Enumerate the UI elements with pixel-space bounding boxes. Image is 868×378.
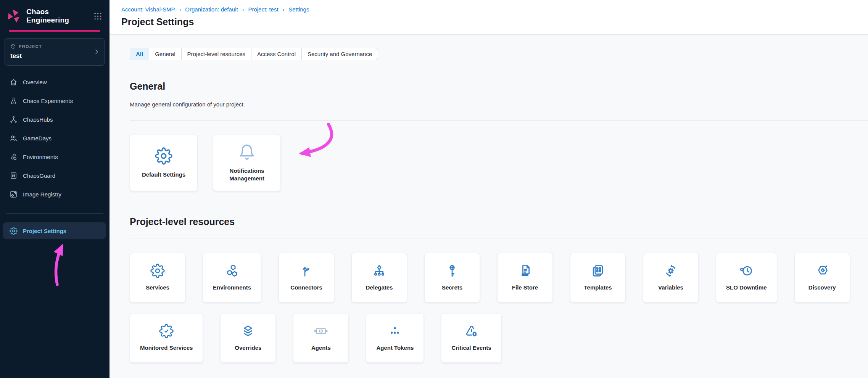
- org-icon: [372, 264, 386, 278]
- card-label: File Store: [512, 284, 538, 291]
- brand-underline: [9, 30, 100, 32]
- card-overrides[interactable]: Overrides: [220, 313, 276, 363]
- card-environments[interactable]: Environments: [203, 253, 261, 302]
- sidebar-item-label: Chaos Experiments: [23, 98, 73, 104]
- registry-icon: [10, 190, 18, 198]
- page-header: Account: Vishal-SMP›Organization: defaul…: [110, 0, 868, 35]
- card-label: Services: [146, 284, 169, 291]
- card-secrets[interactable]: Secrets: [424, 253, 480, 302]
- section-desc-general: Manage general configuration of your pro…: [130, 100, 868, 108]
- sidebar-item-overview[interactable]: Overview: [0, 73, 110, 92]
- card-label: Notifications Management: [219, 167, 275, 183]
- breadcrumb-link-project-test[interactable]: Project: test: [248, 6, 278, 13]
- discovery-icon: [815, 264, 829, 278]
- divider: [130, 120, 868, 121]
- layers-icon: [241, 324, 255, 338]
- shield-lock-icon: [10, 172, 18, 180]
- card-label: Connectors: [290, 284, 322, 291]
- card-variables[interactable]: Variables: [643, 253, 699, 302]
- card-critical-events[interactable]: Critical Events: [441, 313, 501, 363]
- sidebar-item-label: ChaosGuard: [23, 172, 55, 179]
- card-label: Delegates: [366, 284, 393, 291]
- sidebar-item-label: GameDays: [23, 135, 52, 142]
- gear-check-icon: [159, 324, 174, 338]
- file-icon: [518, 264, 532, 278]
- page-title: Project Settings: [121, 16, 868, 27]
- hub-icon: [10, 116, 18, 124]
- app-window: Chaos Engineering PROJECT test OverviewC…: [0, 0, 868, 378]
- card-delegates[interactable]: Delegates: [351, 253, 407, 302]
- section-title-resources: Project-level resources: [130, 216, 868, 227]
- card-label: Monitored Services: [140, 344, 193, 352]
- sidebar-item-chaoshubs[interactable]: ChaosHubs: [0, 110, 110, 129]
- hexagons-icon: [10, 153, 18, 161]
- sidebar-item-label: Image Registry: [23, 191, 61, 198]
- breadcrumb: Account: Vishal-SMP›Organization: defaul…: [121, 6, 868, 13]
- sidebar: Chaos Engineering PROJECT test OverviewC…: [0, 0, 110, 378]
- resource-cards-row-2: Monitored ServicesOverridesAgentsAgent T…: [130, 313, 868, 363]
- card-services[interactable]: Services: [130, 253, 185, 302]
- project-selector[interactable]: PROJECT test: [5, 38, 105, 66]
- sidebar-item-project-settings[interactable]: Project Settings: [3, 222, 106, 239]
- card-slo-downtime[interactable]: SLO Downtime: [716, 253, 777, 302]
- card-label: Default Settings: [142, 171, 185, 179]
- content: AllGeneralProject-level resourcesAccess …: [110, 35, 868, 378]
- sidebar-item-image-registry[interactable]: Image Registry: [0, 185, 110, 204]
- card-connectors[interactable]: Connectors: [279, 253, 334, 302]
- variables-icon: [663, 264, 678, 278]
- sidebar-item-label: Overview: [23, 79, 47, 85]
- breadcrumb-link-account-vishal-smp[interactable]: Account: Vishal-SMP: [121, 6, 175, 13]
- resource-cards-row-1: ServicesEnvironmentsConnectorsDelegatesS…: [130, 253, 868, 302]
- fork-icon: [299, 264, 314, 278]
- sidebar-item-gamedays[interactable]: GameDays: [0, 129, 110, 148]
- card-label: Variables: [658, 284, 683, 291]
- clock-icon: [739, 264, 754, 278]
- card-label: Templates: [584, 284, 612, 291]
- general-cards: Default SettingsNotifications Management: [130, 135, 868, 191]
- tab-general[interactable]: General: [149, 48, 181, 60]
- card-notifications-management[interactable]: Notifications Management: [213, 135, 281, 191]
- tab-security-and-governance[interactable]: Security and Governance: [302, 48, 378, 60]
- users-icon: [10, 134, 18, 142]
- brand-row: Chaos Engineering: [0, 0, 110, 24]
- card-file-store[interactable]: File Store: [497, 253, 553, 302]
- card-default-settings[interactable]: Default Settings: [130, 135, 198, 191]
- warning-gear-icon: [464, 324, 479, 338]
- breadcrumb-separator: ›: [242, 6, 244, 13]
- tab-access-control[interactable]: Access Control: [251, 48, 302, 60]
- card-discovery[interactable]: Discovery: [794, 253, 850, 302]
- sidebar-item-chaos-experiments[interactable]: Chaos Experiments: [0, 92, 110, 110]
- card-templates[interactable]: Templates: [570, 253, 626, 302]
- sidebar-item-environments[interactable]: Environments: [0, 148, 110, 166]
- breadcrumb-link-settings[interactable]: Settings: [288, 6, 309, 13]
- key-icon: [445, 264, 459, 278]
- tokens-icon: [388, 324, 402, 338]
- section-title-general: General: [130, 80, 868, 92]
- card-agent-tokens[interactable]: Agent Tokens: [366, 313, 424, 363]
- hexagons-icon: [225, 264, 239, 278]
- sidebar-item-label: Project Settings: [23, 228, 66, 234]
- breadcrumb-separator: ›: [283, 6, 285, 13]
- divider: [130, 238, 868, 238]
- card-label: Overrides: [235, 344, 261, 352]
- sidebar-divider: [6, 213, 103, 214]
- cube-icon: [10, 43, 16, 49]
- breadcrumb-separator: ›: [179, 6, 181, 13]
- card-label: Agents: [311, 344, 331, 352]
- card-label: Discovery: [808, 284, 836, 291]
- breadcrumb-link-organization-default[interactable]: Organization: default: [185, 6, 238, 13]
- card-agents[interactable]: Agents: [293, 313, 349, 363]
- sidebar-item-chaosguard[interactable]: ChaosGuard: [0, 166, 110, 185]
- project-selector-label-row: PROJECT: [10, 43, 99, 49]
- project-selector-value: test: [10, 52, 99, 60]
- bell-icon: [238, 143, 256, 161]
- card-monitored-services[interactable]: Monitored Services: [130, 313, 203, 363]
- tab-all[interactable]: All: [130, 48, 149, 60]
- tab-bar: AllGeneralProject-level resourcesAccess …: [130, 48, 378, 60]
- tab-project-level-resources[interactable]: Project-level resources: [182, 48, 252, 60]
- gear-icon: [150, 264, 165, 278]
- sidebar-item-label: ChaosHubs: [23, 116, 53, 123]
- grid-icon[interactable]: [93, 11, 103, 21]
- home-icon: [10, 78, 18, 86]
- annotation-arrow-up: [47, 240, 72, 288]
